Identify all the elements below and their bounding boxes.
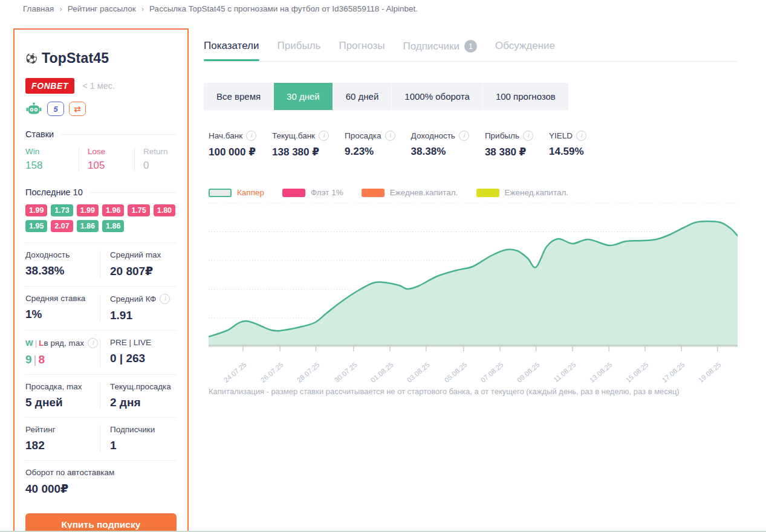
- odds-chip: 1.73: [51, 204, 73, 216]
- legend-item[interactable]: Ежеднев.капитал.: [362, 188, 458, 197]
- stat-label: Доходность: [25, 250, 100, 259]
- stat-row-turnover: Оборот по автоставкам 40 000₽: [25, 460, 177, 504]
- sync-icon: ⇄: [69, 102, 86, 116]
- info-icon[interactable]: i: [459, 131, 469, 141]
- section-bets: Ставки: [25, 129, 177, 139]
- legend-item[interactable]: Каппер: [209, 188, 264, 197]
- x-axis-labels: 24.07.2526.07.2528.07.2530.07.2501.08.25…: [209, 355, 738, 380]
- stat-value: 1.91: [110, 309, 177, 322]
- breadcrumb-separator: ›: [141, 4, 144, 13]
- info-icon[interactable]: i: [385, 131, 395, 141]
- stat-value: 182: [25, 439, 100, 452]
- filter-30-days[interactable]: 30 дней: [274, 83, 333, 110]
- main-content: Показатели Прибыль Прогнозы Подписчики1 …: [200, 0, 744, 396]
- tab-indicators[interactable]: Показатели: [204, 40, 259, 52]
- legend-label: Ежеднев.капитал.: [390, 188, 458, 197]
- stat-value-wl: 9|8: [25, 353, 100, 366]
- legend-swatch: [476, 189, 499, 197]
- stat-profit: Прибыльi 38 380 ₽: [485, 131, 533, 158]
- odds-chip: 1.99: [77, 204, 99, 216]
- info-icon[interactable]: i: [319, 131, 329, 141]
- stat-label: Подписчики: [110, 425, 177, 434]
- soccer-ball-icon: ⚽: [25, 54, 37, 63]
- stat-value: 1%: [25, 308, 100, 321]
- odds-chip: 1.86: [77, 220, 99, 232]
- stat-label: Оборот по автоставкам: [25, 468, 177, 477]
- tab-bar: Показатели Прибыль Прогнозы Подписчики1 …: [204, 40, 738, 62]
- tipster-title-row: ⚽ TopStat45: [25, 50, 177, 66]
- win-lose-return-row: Win 158 Lose 105 Return 0: [25, 147, 177, 172]
- stat-label: Просадка, max: [25, 382, 100, 391]
- info-icon[interactable]: i: [576, 131, 586, 141]
- breadcrumb-separator: ›: [59, 4, 62, 13]
- legend-label: Каппер: [237, 188, 264, 197]
- stat-value: 40 000₽: [25, 482, 177, 496]
- stat-row: Рейтинг 182 Подписчики 1: [25, 417, 177, 460]
- legend-label: Флэт 1%: [311, 188, 343, 197]
- chart-legend: Каппер Флэт 1% Ежеднев.капитал. Еженед.к…: [209, 188, 744, 197]
- odds-chip: 1.99: [25, 204, 47, 216]
- filter-100-forecasts[interactable]: 100 прогнозов: [483, 83, 568, 110]
- stat-row: Доходность 38.38% Средний max 20 807₽: [25, 242, 177, 286]
- stat-drawdown: Просадкаi 9.23%: [345, 131, 395, 158]
- odds-chip: 2.07: [51, 220, 73, 232]
- bookmaker-badge: FONBET: [25, 78, 74, 94]
- overview-stats-row: Нач.банкi 100 000 ₽ Текущ.банкi 138 380 …: [209, 131, 744, 158]
- info-icon[interactable]: i: [160, 294, 170, 304]
- return-value: 0: [143, 160, 173, 172]
- stat-value: 38.38%: [25, 264, 100, 277]
- win-label: Win: [25, 147, 75, 156]
- bank-area-chart: [209, 202, 738, 353]
- info-icon[interactable]: i: [88, 338, 98, 348]
- stat-current-bank: Текущ.банкi 138 380 ₽: [272, 131, 329, 158]
- odds-chip: 1.86: [102, 220, 124, 232]
- win-value: 158: [25, 160, 75, 172]
- stat-start-bank: Нач.банкi 100 000 ₽: [209, 131, 256, 158]
- tab-subscribers[interactable]: Подписчики1: [403, 40, 477, 53]
- stat-row: Просадка, max 5 дней Текущ.просадка 2 дн…: [25, 374, 177, 417]
- stat-value: 0 | 263: [110, 352, 177, 365]
- period-filter: Все время 30 дней 60 дней 1000% оборота …: [204, 83, 568, 110]
- filter-all-time[interactable]: Все время: [204, 83, 274, 110]
- odds-chip: 1.96: [102, 204, 124, 216]
- breadcrumb-item-rating[interactable]: Рейтинг рассылок: [68, 4, 136, 13]
- stat-label: Средний max: [110, 250, 177, 259]
- stat-label: PRE | LIVE: [110, 338, 177, 347]
- bank-chart: 24.07.2526.07.2528.07.2530.07.2501.08.25…: [209, 202, 738, 380]
- buy-subscription-button[interactable]: Купить подписку: [25, 513, 177, 532]
- count-badge: 5: [47, 102, 64, 116]
- stat-row: Средняя ставка 1% Средний КФi 1.91: [25, 286, 177, 330]
- legend-item[interactable]: Еженед.капитал.: [476, 188, 569, 197]
- tipster-card: ⚽ TopStat45 FONBET < 1 мес. 5 ⇄ Ставки: [13, 28, 189, 532]
- return-label: Return: [143, 147, 173, 156]
- odds-chip: 1.95: [25, 220, 47, 232]
- account-age: < 1 мес.: [82, 81, 115, 91]
- stat-label: Средняя ставка: [25, 294, 100, 303]
- stat-value: 2 дня: [110, 396, 177, 409]
- legend-swatch: [362, 189, 385, 197]
- filter-60-days[interactable]: 60 дней: [333, 83, 392, 110]
- stat-label: Средний КФi: [110, 294, 177, 304]
- legend-item[interactable]: Флэт 1%: [282, 188, 343, 197]
- legend-swatch: [209, 189, 232, 197]
- last10-chips: 1.99 1.73 1.99 1.96 1.75 1.80 1.95 2.07 …: [25, 204, 177, 232]
- stat-row: W|L в ряд, maxi 9|8 PRE | LIVE 0 | 263: [25, 330, 177, 374]
- breadcrumb-item-home[interactable]: Главная: [23, 4, 54, 13]
- stat-label-wl: W|L в ряд, maxi: [25, 338, 100, 348]
- odds-chip: 1.75: [128, 204, 149, 216]
- stat-value: 1: [110, 439, 177, 452]
- filter-1000-turnover[interactable]: 1000% оборота: [392, 83, 483, 110]
- info-icon[interactable]: i: [523, 131, 533, 141]
- stat-yield: YIELDi 14.59%: [549, 131, 586, 158]
- stat-label: Рейтинг: [25, 425, 100, 434]
- legend-swatch: [282, 189, 305, 197]
- info-icon[interactable]: i: [246, 131, 256, 141]
- stat-value: 20 807₽: [110, 264, 177, 278]
- tab-discussion[interactable]: Обсуждение: [495, 40, 555, 52]
- tab-forecasts[interactable]: Прогнозы: [339, 40, 385, 52]
- stat-label: Текущ.просадка: [110, 382, 177, 391]
- tab-profit[interactable]: Прибыль: [278, 40, 321, 52]
- section-last10: Последние 10: [25, 187, 177, 197]
- legend-label: Еженед.капитал.: [505, 188, 569, 197]
- robot-icon: [25, 102, 42, 116]
